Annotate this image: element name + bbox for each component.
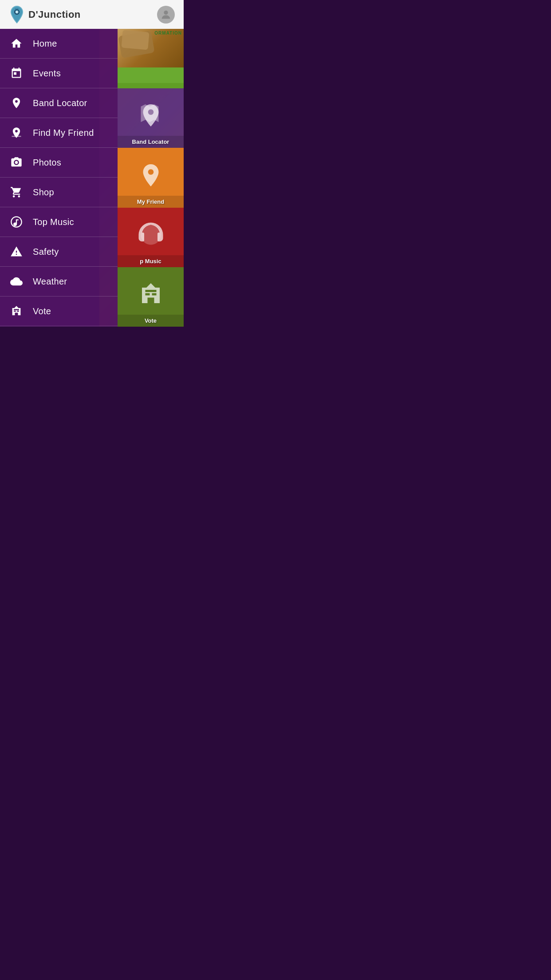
sidebar-label-top-music: Top Music xyxy=(33,217,74,227)
sidebar-label-weather: Weather xyxy=(33,277,67,287)
app-title: D'Junction xyxy=(28,9,81,20)
sidebar-item-photos[interactable]: Photos xyxy=(0,148,118,178)
top-music-card-label: p Music xyxy=(118,255,184,267)
events-icon xyxy=(9,66,24,81)
bandlocator-icon xyxy=(9,95,24,111)
sidebar-label-events: Events xyxy=(33,68,61,79)
djunction-logo-icon xyxy=(9,5,25,24)
safety-icon xyxy=(9,244,24,259)
svg-point-4 xyxy=(17,8,19,10)
vote-card-label: Vote xyxy=(118,315,184,327)
svg-point-5 xyxy=(164,10,168,14)
sidebar-bottom-area xyxy=(0,326,118,327)
topmusic-icon xyxy=(9,214,24,229)
home-icon xyxy=(9,36,24,51)
findmyfriend-icon xyxy=(9,125,24,140)
vote-grid-card[interactable]: Vote xyxy=(118,267,184,327)
top-music-grid-card[interactable]: p Music xyxy=(118,208,184,267)
app-header: D'Junction xyxy=(0,0,184,29)
sidebar-item-find-my-friend[interactable]: Find My Friend xyxy=(0,118,118,148)
svg-point-2 xyxy=(16,11,18,13)
find-my-friend-card-label: My Friend xyxy=(118,196,184,208)
right-panel-cards: ORMATION Band Locator My Friend xyxy=(118,29,184,327)
sidebar-item-top-music[interactable]: Top Music xyxy=(0,207,118,237)
sidebar-label-find-my-friend: Find My Friend xyxy=(33,128,94,138)
photos-icon xyxy=(9,155,24,170)
band-locator-card-label: Band Locator xyxy=(118,136,184,148)
sidebar-item-vote[interactable]: Vote xyxy=(0,296,118,326)
sidebar-item-weather[interactable]: Weather xyxy=(0,267,118,296)
sidebar-label-photos: Photos xyxy=(33,158,61,168)
sidebar-label-vote: Vote xyxy=(33,306,51,316)
top-music-card-icon xyxy=(138,221,164,248)
sidebar-item-events[interactable]: Events xyxy=(0,59,118,88)
weather-icon xyxy=(9,274,24,289)
sidebar-label-band-locator: Band Locator xyxy=(33,98,87,108)
find-my-friend-grid-card[interactable]: My Friend xyxy=(118,148,184,207)
user-avatar[interactable] xyxy=(157,6,175,24)
events-card-text: ORMATION xyxy=(154,31,182,36)
header-logo-area: D'Junction xyxy=(9,5,81,24)
sidebar-item-safety[interactable]: Safety xyxy=(0,237,118,267)
sidebar-item-band-locator[interactable]: Band Locator xyxy=(0,88,118,118)
sidebar-label-safety: Safety xyxy=(33,247,59,257)
band-locator-grid-card[interactable]: Band Locator xyxy=(118,88,184,148)
events-grid-card[interactable]: ORMATION xyxy=(118,29,184,88)
find-my-friend-card-icon xyxy=(138,162,164,189)
main-container: Home Events Band Locator xyxy=(0,29,184,327)
svg-point-3 xyxy=(16,8,17,10)
sidebar-label-home: Home xyxy=(33,39,57,49)
sidebar-item-home[interactable]: Home xyxy=(0,29,118,59)
band-locator-card-icon xyxy=(138,102,164,129)
sidebar-label-shop: Shop xyxy=(33,187,54,198)
shop-icon xyxy=(9,185,24,200)
vote-icon xyxy=(9,304,24,319)
sidebar-nav: Home Events Band Locator xyxy=(0,29,118,327)
sidebar-item-shop[interactable]: Shop xyxy=(0,178,118,207)
vote-card-icon xyxy=(138,281,164,308)
